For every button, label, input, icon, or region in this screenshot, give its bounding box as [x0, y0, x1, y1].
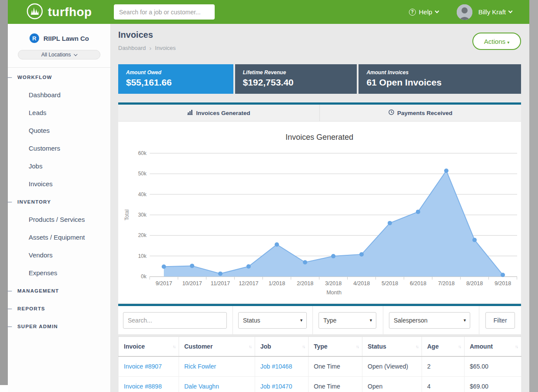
column-header-amount[interactable]: Amount↑↓ [465, 337, 521, 356]
tab-invoices-generated[interactable]: Invoices Generated [118, 105, 319, 121]
column-header-type[interactable]: Type↑↓ [309, 337, 362, 356]
page-title: Invoices [118, 30, 521, 40]
section-dash-icon: ---- [7, 74, 12, 79]
sort-icon[interactable]: ↑↓ [173, 344, 175, 349]
chart-point [501, 273, 505, 277]
column-header-age[interactable]: Age↑↓ [422, 337, 465, 356]
stat-value: $55,161.66 [126, 77, 233, 88]
filter-button[interactable]: Filter [485, 312, 515, 329]
sidebar-section-super-admin[interactable]: ---- SUPER ADMIN [8, 317, 110, 335]
chart-point [359, 252, 364, 257]
stat-card-lifetime-revenue: Lifetime Revenue $192,753.40 [235, 64, 357, 94]
company-row[interactable]: R RIIPL Lawn Co [8, 24, 110, 43]
invoice-link[interactable]: Invoice #8907 [124, 363, 162, 370]
sidebar-section-management[interactable]: ---- MANAGEMENT [8, 282, 110, 300]
chart-point [162, 264, 166, 269]
right-scrollbar[interactable] [529, 0, 538, 392]
table-search-input[interactable] [123, 312, 227, 329]
chart-point [190, 264, 194, 268]
sidebar-item-assets-equipment[interactable]: Assets / Equipment [17, 234, 85, 241]
x-axis-label: Month [326, 290, 342, 296]
x-tick-label: 9/2018 [495, 280, 511, 287]
salesperson-select[interactable]: Salesperson [389, 312, 470, 329]
sidebar-item-dashboard[interactable]: Dashboard [17, 91, 60, 99]
filter-row: Status ▼ Type ▼ [118, 306, 521, 334]
column-header-customer[interactable]: Customer↑↓ [179, 337, 255, 356]
table-header-row: Invoice↑↓ Customer↑↓ Job↑↓ Type↑↓ Status… [119, 337, 521, 356]
sidebar-nav: ---- WORKFLOW Dashboard Leads Quotes Cus… [8, 68, 110, 335]
stat-label: Amount Invoices [366, 69, 521, 76]
x-tick-label: 12/2017 [239, 280, 258, 287]
user-menu[interactable]: Billy Kraft [478, 8, 512, 16]
breadcrumb-invoices[interactable]: Invoices [155, 45, 176, 51]
sidebar-item-quotes[interactable]: Quotes [17, 127, 50, 134]
age-cell: 4 [422, 376, 465, 392]
sort-icon[interactable]: ↑↓ [249, 344, 251, 349]
sort-icon[interactable]: ↑↓ [356, 344, 359, 349]
sidebar-item-products-services[interactable]: Products / Services [17, 216, 85, 223]
chart-point [388, 221, 392, 225]
sidebar-item-customers[interactable]: Customers [17, 145, 60, 152]
clock-icon [389, 109, 394, 116]
sidebar-section-inventory: ---- INVENTORY [8, 193, 110, 211]
job-link[interactable]: Job #10468 [260, 363, 292, 370]
help-menu[interactable]: ? Help [409, 8, 438, 16]
column-header-invoice[interactable]: Invoice↑↓ [119, 337, 179, 356]
chart-point [246, 264, 251, 269]
sidebar-item-jobs[interactable]: Jobs [17, 162, 43, 170]
sidebar-item-vendors[interactable]: Vendors [17, 251, 53, 259]
sidebar-item-expenses[interactable]: Expenses [17, 269, 57, 277]
chart-point [275, 242, 279, 247]
tab-payments-received[interactable]: Payments Received [319, 105, 521, 121]
grass-logo-icon [26, 3, 43, 22]
stat-card-open-invoices: Amount Invoices 61 Open Invoices [359, 64, 521, 94]
sort-icon[interactable]: ↑↓ [415, 344, 418, 349]
type-select[interactable]: Type [319, 312, 376, 329]
y-tick-label: 0k [141, 273, 147, 280]
actions-button[interactable]: Actions ▾ [472, 33, 521, 50]
x-tick-label: 5/2018 [382, 280, 398, 287]
sidebar-section-reports[interactable]: ---- REPORTS [8, 300, 110, 317]
invoice-link[interactable]: Invoice #8898 [124, 383, 162, 390]
stat-label: Lifetime Revenue [243, 69, 357, 76]
column-header-status[interactable]: Status↑↓ [362, 337, 422, 356]
help-icon: ? [409, 9, 416, 16]
brand-name: turfhop [48, 5, 92, 19]
customer-link[interactable]: Rick Fowler [184, 363, 216, 370]
chart-panel: Invoices Generated Payments Received Inv… [118, 102, 521, 303]
customer-link[interactable]: Dale Vaughn [184, 383, 219, 390]
global-search-input[interactable] [114, 4, 215, 20]
app-screen: turfhop ? Help Billy Kraft [0, 0, 538, 392]
sort-icon[interactable]: ↑↓ [302, 344, 305, 349]
x-tick-label: 7/2018 [438, 280, 455, 287]
chart-point [303, 260, 307, 264]
status-cell: Open (Viewed) [362, 356, 422, 376]
sort-icon[interactable]: ↑↓ [458, 344, 461, 349]
x-tick-label: 10/2017 [182, 280, 202, 287]
left-scrollbar-track [0, 0, 8, 392]
type-cell: One Time [309, 356, 362, 376]
location-selector[interactable]: All Locations [18, 50, 100, 59]
sort-icon[interactable]: ↑↓ [515, 344, 518, 349]
breadcrumb-separator-icon: › [149, 44, 152, 52]
chart-point [472, 238, 477, 242]
page-header: Invoices Dashboard › Invoices Actions ▾ [118, 24, 521, 64]
amount-cell: $65.00 [465, 356, 521, 376]
brand-logo[interactable]: turfhop [26, 3, 92, 22]
breadcrumb-dashboard[interactable]: Dashboard [118, 45, 146, 51]
x-tick-label: 3/2018 [325, 280, 342, 287]
status-select[interactable]: Status [238, 312, 307, 329]
section-dash-icon: ---- [7, 288, 12, 293]
chart-point [416, 210, 420, 214]
job-link[interactable]: Job #10470 [260, 383, 292, 390]
filter-panel: Status ▼ Type ▼ [118, 304, 521, 334]
chevron-down-icon [508, 9, 513, 13]
sidebar-item-leads[interactable]: Leads [17, 109, 46, 116]
user-avatar[interactable] [457, 4, 472, 20]
stat-label: Amount Owed [126, 69, 233, 76]
stat-value: $192,753.40 [243, 77, 357, 88]
user-name: Billy Kraft [478, 8, 506, 16]
sidebar-item-invoices[interactable]: Invoices [17, 180, 53, 188]
amount-cell: $69.00 [465, 376, 521, 392]
column-header-job[interactable]: Job↑↓ [255, 337, 309, 356]
